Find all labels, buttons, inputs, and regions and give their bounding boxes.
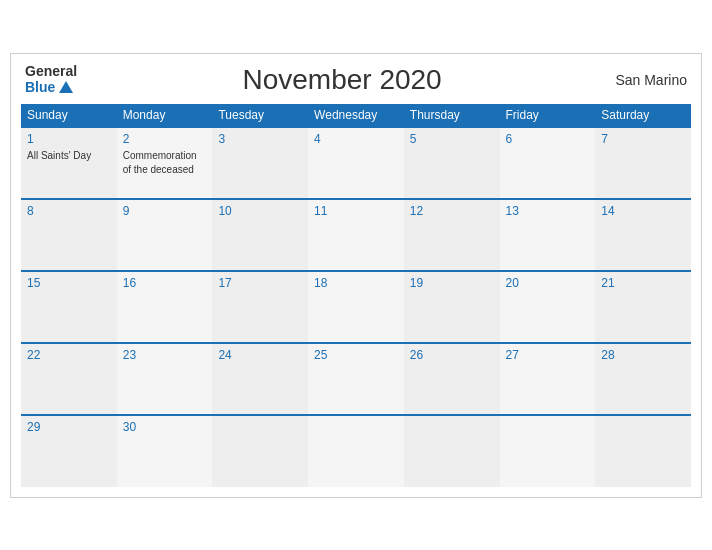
calendar-day-cell: 3: [212, 127, 308, 199]
header-monday: Monday: [117, 104, 213, 127]
calendar-day-cell: 30: [117, 415, 213, 487]
calendar-day-cell: 6: [500, 127, 596, 199]
event-text: Commemoration of the deceased: [123, 150, 197, 175]
calendar-day-cell: 16: [117, 271, 213, 343]
calendar-week-row: 2930: [21, 415, 691, 487]
calendar-week-row: 22232425262728: [21, 343, 691, 415]
calendar-day-cell: 2Commemoration of the deceased: [117, 127, 213, 199]
calendar-container: General Blue November 2020 San Marino Su…: [10, 53, 702, 498]
calendar-day-cell: 9: [117, 199, 213, 271]
calendar-day-cell: 12: [404, 199, 500, 271]
day-number: 9: [123, 204, 207, 218]
calendar-day-cell: 21: [595, 271, 691, 343]
day-number: 15: [27, 276, 111, 290]
header-friday: Friday: [500, 104, 596, 127]
day-number: 28: [601, 348, 685, 362]
calendar-day-cell: 13: [500, 199, 596, 271]
calendar-day-cell: 26: [404, 343, 500, 415]
calendar-week-row: 1All Saints' Day2Commemoration of the de…: [21, 127, 691, 199]
day-number: 4: [314, 132, 398, 146]
day-number: 18: [314, 276, 398, 290]
calendar-day-cell: 7: [595, 127, 691, 199]
logo-general-text: General: [25, 64, 77, 79]
calendar-week-row: 891011121314: [21, 199, 691, 271]
calendar-week-row: 15161718192021: [21, 271, 691, 343]
header-wednesday: Wednesday: [308, 104, 404, 127]
logo: General Blue: [25, 64, 77, 95]
calendar-table: Sunday Monday Tuesday Wednesday Thursday…: [21, 104, 691, 487]
event-text: All Saints' Day: [27, 150, 91, 161]
calendar-day-cell: 23: [117, 343, 213, 415]
weekday-header-row: Sunday Monday Tuesday Wednesday Thursday…: [21, 104, 691, 127]
calendar-day-cell: 8: [21, 199, 117, 271]
calendar-day-cell: 10: [212, 199, 308, 271]
calendar-day-cell: [595, 415, 691, 487]
day-number: 16: [123, 276, 207, 290]
day-number: 22: [27, 348, 111, 362]
calendar-day-cell: 11: [308, 199, 404, 271]
day-number: 12: [410, 204, 494, 218]
day-number: 6: [506, 132, 590, 146]
calendar-title: November 2020: [77, 64, 607, 96]
calendar-day-cell: 27: [500, 343, 596, 415]
calendar-day-cell: 28: [595, 343, 691, 415]
day-number: 19: [410, 276, 494, 290]
logo-triangle-icon: [59, 81, 73, 93]
day-number: 25: [314, 348, 398, 362]
calendar-day-cell: 15: [21, 271, 117, 343]
day-number: 3: [218, 132, 302, 146]
logo-blue-text: Blue: [25, 80, 73, 95]
calendar-day-cell: [212, 415, 308, 487]
day-number: 8: [27, 204, 111, 218]
day-number: 21: [601, 276, 685, 290]
calendar-day-cell: 14: [595, 199, 691, 271]
header-thursday: Thursday: [404, 104, 500, 127]
header-sunday: Sunday: [21, 104, 117, 127]
calendar-day-cell: 18: [308, 271, 404, 343]
day-number: 30: [123, 420, 207, 434]
day-number: 13: [506, 204, 590, 218]
calendar-day-cell: [500, 415, 596, 487]
day-number: 27: [506, 348, 590, 362]
day-number: 14: [601, 204, 685, 218]
day-number: 24: [218, 348, 302, 362]
calendar-day-cell: 17: [212, 271, 308, 343]
day-number: 29: [27, 420, 111, 434]
calendar-day-cell: [404, 415, 500, 487]
day-number: 17: [218, 276, 302, 290]
day-number: 23: [123, 348, 207, 362]
day-number: 10: [218, 204, 302, 218]
calendar-day-cell: 1All Saints' Day: [21, 127, 117, 199]
calendar-day-cell: 29: [21, 415, 117, 487]
day-number: 20: [506, 276, 590, 290]
day-number: 11: [314, 204, 398, 218]
header-saturday: Saturday: [595, 104, 691, 127]
header-tuesday: Tuesday: [212, 104, 308, 127]
calendar-day-cell: 4: [308, 127, 404, 199]
calendar-day-cell: 24: [212, 343, 308, 415]
calendar-header: General Blue November 2020 San Marino: [21, 64, 691, 96]
calendar-country: San Marino: [607, 72, 687, 88]
calendar-day-cell: 22: [21, 343, 117, 415]
day-number: 5: [410, 132, 494, 146]
day-number: 2: [123, 132, 207, 146]
day-number: 26: [410, 348, 494, 362]
calendar-day-cell: 20: [500, 271, 596, 343]
calendar-day-cell: 5: [404, 127, 500, 199]
day-number: 7: [601, 132, 685, 146]
calendar-day-cell: [308, 415, 404, 487]
day-number: 1: [27, 132, 111, 146]
calendar-day-cell: 19: [404, 271, 500, 343]
calendar-day-cell: 25: [308, 343, 404, 415]
